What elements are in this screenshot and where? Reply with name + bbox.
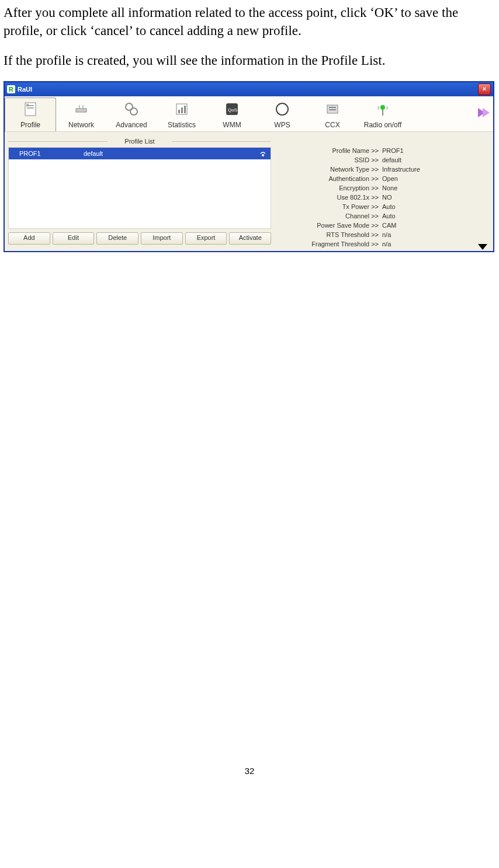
expand-toggle-icon[interactable] bbox=[478, 244, 487, 250]
toolbar-advanced-label: Advanced bbox=[106, 121, 157, 129]
edit-button[interactable]: Edit bbox=[53, 232, 95, 245]
profile-details: Profile Name >>PROF1 SSID >>default Netw… bbox=[271, 137, 490, 249]
svg-rect-4 bbox=[76, 109, 86, 112]
detail-row: Power Save Mode >>CAM bbox=[273, 221, 487, 230]
toolbar-wps[interactable]: WPS bbox=[257, 98, 307, 131]
detail-row: Fragment Threshold >>n/a bbox=[273, 239, 487, 249]
detail-label: Channel >> bbox=[273, 212, 381, 219]
advanced-icon bbox=[123, 100, 140, 118]
svg-rect-2 bbox=[27, 107, 34, 109]
detail-value: Auto bbox=[381, 212, 396, 219]
delete-button[interactable]: Delete bbox=[96, 232, 138, 245]
wmm-icon: QoS bbox=[223, 100, 241, 118]
toolbar-advanced[interactable]: Advanced bbox=[106, 98, 157, 131]
detail-label: Authentication >> bbox=[273, 175, 381, 182]
svg-rect-11 bbox=[181, 107, 183, 113]
profile-row[interactable]: PROF1 default bbox=[9, 148, 271, 159]
svg-point-8 bbox=[130, 108, 137, 115]
svg-point-23 bbox=[262, 154, 264, 156]
detail-row: Network Type >>Infrastructure bbox=[273, 165, 487, 174]
toolbar-profile-label: Profile bbox=[5, 121, 56, 129]
toolbar-ccx-label: CCX bbox=[307, 121, 358, 129]
profile-row-ssid: default bbox=[84, 150, 258, 157]
profile-list-header: Profile List bbox=[8, 137, 271, 147]
detail-label: Encryption >> bbox=[273, 184, 381, 191]
detail-value: n/a bbox=[381, 231, 391, 238]
toolbar-statistics-label: Statistics bbox=[157, 121, 207, 129]
toolbar-radio[interactable]: Radio on/off bbox=[358, 98, 408, 131]
network-icon bbox=[72, 100, 90, 118]
detail-row: Channel >>Auto bbox=[273, 211, 487, 221]
detail-value: Open bbox=[381, 175, 398, 182]
signal-icon bbox=[258, 149, 268, 158]
export-button[interactable]: Export bbox=[185, 232, 227, 245]
close-button[interactable]: × bbox=[478, 83, 491, 95]
wps-icon bbox=[273, 100, 291, 118]
profile-buttons: Add Edit Delete Import Export Activate bbox=[8, 232, 271, 245]
detail-row: Authentication >>Open bbox=[273, 174, 487, 183]
detail-row: Use 802.1x >>NO bbox=[273, 193, 487, 202]
svg-rect-10 bbox=[178, 110, 180, 113]
detail-label: SSID >> bbox=[273, 156, 381, 163]
statistics-icon bbox=[173, 100, 190, 118]
detail-value: CAM bbox=[381, 222, 396, 229]
add-button[interactable]: Add bbox=[8, 232, 50, 245]
detail-value: None bbox=[381, 184, 397, 191]
svg-text:P: P bbox=[26, 103, 29, 107]
raui-window: R RaUI × P Profile Network Advanced Stat… bbox=[4, 81, 494, 252]
detail-row: Profile Name >>PROF1 bbox=[273, 146, 487, 155]
detail-label: Network Type >> bbox=[273, 166, 381, 173]
ccx-icon bbox=[324, 100, 341, 118]
detail-label: Use 802.1x >> bbox=[273, 194, 381, 201]
titlebar: R RaUI × bbox=[5, 82, 493, 96]
detail-label: Tx Power >> bbox=[273, 203, 381, 210]
svg-rect-18 bbox=[329, 109, 336, 110]
profile-icon: P bbox=[22, 100, 39, 118]
detail-value: Auto bbox=[381, 203, 396, 210]
detail-value: n/a bbox=[381, 240, 391, 247]
toolbar-wmm-label: WMM bbox=[207, 121, 257, 129]
detail-row: Encryption >>None bbox=[273, 183, 487, 193]
page-number: 32 bbox=[4, 766, 495, 787]
body-area: Profile List PROF1 default Add Edit Dele… bbox=[5, 132, 493, 251]
app-icon: R bbox=[7, 85, 15, 93]
doc-paragraph-2: If the profile is created, you will see … bbox=[4, 51, 495, 69]
toolbar-statistics[interactable]: Statistics bbox=[157, 98, 207, 131]
radio-icon bbox=[374, 100, 391, 118]
detail-value: Infrastructure bbox=[381, 166, 420, 173]
detail-label: Power Save Mode >> bbox=[273, 222, 381, 229]
window-title: RaUI bbox=[18, 86, 478, 93]
next-arrow-button[interactable] bbox=[474, 104, 491, 121]
detail-value: NO bbox=[381, 194, 392, 201]
detail-label: Fragment Threshold >> bbox=[273, 240, 381, 247]
doc-paragraph-1: After you complete all information relat… bbox=[4, 4, 495, 40]
toolbar-wmm[interactable]: QoS WMM bbox=[207, 98, 257, 131]
import-button[interactable]: Import bbox=[141, 232, 183, 245]
toolbar-profile[interactable]: P Profile bbox=[5, 97, 56, 131]
detail-row: Tx Power >>Auto bbox=[273, 202, 487, 211]
detail-row: SSID >>default bbox=[273, 155, 487, 165]
toolbar-radio-label: Radio on/off bbox=[358, 121, 408, 129]
svg-text:QoS: QoS bbox=[228, 107, 237, 113]
svg-marker-22 bbox=[483, 108, 490, 117]
profile-list[interactable]: PROF1 default bbox=[8, 147, 271, 229]
detail-label: RTS Threshold >> bbox=[273, 231, 381, 238]
profile-row-name: PROF1 bbox=[11, 150, 84, 157]
main-toolbar: P Profile Network Advanced Statistics Qo… bbox=[5, 96, 493, 132]
detail-value: PROF1 bbox=[381, 147, 404, 154]
svg-rect-17 bbox=[329, 107, 336, 108]
toolbar-wps-label: WPS bbox=[257, 121, 307, 129]
toolbar-ccx[interactable]: CCX bbox=[307, 98, 358, 131]
svg-point-19 bbox=[380, 105, 385, 110]
activate-button[interactable]: Activate bbox=[229, 232, 271, 245]
detail-label: Profile Name >> bbox=[273, 147, 381, 154]
toolbar-network[interactable]: Network bbox=[56, 98, 106, 131]
svg-rect-12 bbox=[184, 106, 186, 113]
detail-row: RTS Threshold >>n/a bbox=[273, 230, 487, 239]
detail-value: default bbox=[381, 156, 401, 163]
toolbar-network-label: Network bbox=[56, 121, 106, 129]
